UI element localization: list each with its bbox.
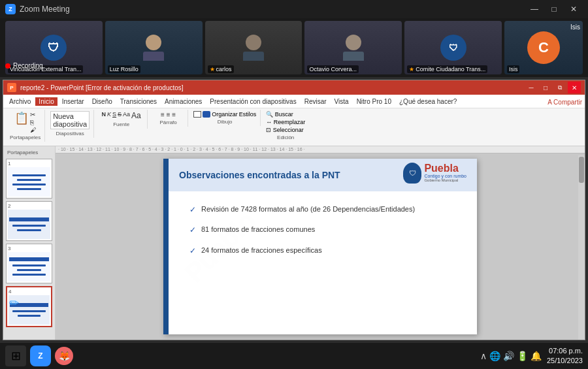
slide-num-4: 4	[8, 289, 50, 295]
format-button[interactable]: 🖌	[30, 127, 36, 133]
avatar-vinculacion: 🛡	[41, 35, 67, 61]
thumb-line	[18, 315, 41, 317]
ribbon-slides-buttons: Nuevadiapositiva	[50, 111, 90, 129]
ppt-ribbon: 📋 ✂ ⎘ 🖌 Portapapeles Nuevadiapositiva	[3, 108, 585, 146]
participant-name-isis: Isis	[507, 65, 520, 73]
zoom-window: Z Zoom Meeting — □ ✕ 🛡 Vinculación Exter…	[0, 0, 588, 343]
font-size-button[interactable]: Aa	[123, 111, 130, 120]
align-button[interactable]: ≡ ≡ ≡	[161, 111, 176, 118]
replace-button[interactable]: ↔ Reemplazar	[266, 119, 305, 125]
menu-presentacion[interactable]: Presentación con diapositivas	[206, 97, 299, 106]
drawing-tools: Organizar Estilos	[193, 111, 256, 118]
menu-animaciones[interactable]: Animaciones	[161, 97, 205, 106]
isis-active-label: Isis	[570, 24, 580, 31]
participant-tile-octavio[interactable]: Octavio Corvera...	[304, 21, 402, 74]
recording-badge: Recording	[5, 62, 43, 69]
font-label: Fuente	[113, 121, 129, 127]
scrollbar-thumb	[579, 157, 584, 183]
rect-shape[interactable]	[193, 111, 201, 118]
font-size-large[interactable]: Aa	[131, 111, 141, 120]
bold-button[interactable]: N	[102, 111, 106, 120]
window-controls: — □ ✕	[525, 2, 583, 16]
menu-revisar[interactable]: Revisar	[301, 97, 330, 106]
ppt-title: reporte2 - PowerPoint [Error de activaci…	[20, 84, 525, 91]
participant-tile-isis[interactable]: C Isis Isis	[504, 21, 583, 74]
editing-tools: 🔍 Buscar ↔ Reemplazar ⊡ Seleccionar	[266, 111, 305, 133]
menu-insertar[interactable]: Insertar	[59, 97, 88, 106]
slide-thumb-2[interactable]: 2	[6, 201, 52, 241]
ppt-close[interactable]: ✕	[568, 82, 581, 93]
participant-tile-luz[interactable]: Luz Rosillo	[105, 21, 203, 74]
maximize-button[interactable]: □	[545, 2, 563, 16]
zoom-taskbar-icon[interactable]: Z	[30, 345, 51, 366]
close-button[interactable]: ✕	[564, 2, 583, 16]
filled-rect[interactable]	[203, 111, 210, 118]
tray-arrow[interactable]: ∧	[480, 351, 487, 361]
menu-vista[interactable]: Vista	[331, 97, 352, 106]
ribbon-font-buttons: N K S S Aa Aa	[102, 111, 141, 120]
ppt-maximize[interactable]: □	[539, 82, 552, 93]
ribbon-group-para: ≡ ≡ ≡ Párrafo	[149, 110, 188, 127]
italic-button[interactable]: K	[107, 111, 111, 120]
ribbon-clipboard-buttons: 📋 ✂ ⎘ 🖌	[14, 111, 36, 133]
search-edit-button[interactable]: 🔍 Buscar	[266, 111, 305, 118]
slide-scrollbar[interactable]	[578, 155, 585, 340]
puebla-logo: 🛡 Puebla Contigo y con rumbo Gobierno Mu…	[403, 163, 466, 184]
menu-nitro[interactable]: Nitro Pro 10	[353, 97, 395, 106]
para-label: Párrafo	[160, 120, 177, 125]
bullet-text-3: 24 formatos de fracciones específicas	[201, 246, 322, 255]
ppt-window-controls: ─ □ ⧉ ✕	[525, 82, 581, 93]
drawing-label: Dibujo	[218, 119, 233, 125]
slide-num-2: 2	[8, 203, 50, 209]
browser-icon[interactable]: 🦊	[55, 347, 73, 365]
menu-archivo[interactable]: Archivo	[6, 97, 34, 106]
menu-transiciones[interactable]: Transiciones	[117, 97, 160, 106]
strikethrough-button[interactable]: S	[118, 111, 122, 120]
slide-thumb-1[interactable]: 1	[6, 159, 52, 199]
participant-tile-carlos[interactable]: ★ carlos	[205, 21, 302, 74]
person-silhouette-luz	[143, 35, 164, 61]
pen-icon[interactable]: ✏	[9, 296, 19, 310]
menu-diseno[interactable]: Diseño	[89, 97, 116, 106]
slide-body-content: ✓ Revisión de 7428 formatos al año (de 2…	[189, 204, 451, 321]
menu-compartir[interactable]: A Compartir	[547, 95, 582, 107]
new-slide-button[interactable]: Nuevadiapositiva	[50, 111, 90, 129]
select-button[interactable]: ⊡ Seleccionar	[266, 127, 305, 133]
arrange-button[interactable]: Organizar	[212, 111, 238, 118]
taskbar-right: ∧ 🌐 🔊 🔋 🔔 07:06 p.m. 25/10/2023	[480, 346, 583, 366]
menu-search[interactable]: ¿Qué desea hacer?	[396, 97, 460, 106]
cut-copy-buttons: ✂ ⎘ 🖌	[30, 111, 36, 133]
taskbar: ⊞ Z 🦊 ∧ 🌐 🔊 🔋 🔔 07:06 p.m. 25/10/2023	[0, 343, 588, 369]
styles-button[interactable]: Estilos	[239, 111, 257, 118]
system-tray-icons: ∧ 🌐 🔊 🔋 🔔	[480, 351, 542, 361]
slide-num-1: 1	[8, 161, 50, 167]
ppt-titlebar: P reporte2 - PowerPoint [Error de activa…	[3, 80, 585, 95]
menu-inicio[interactable]: Inicio	[35, 97, 57, 106]
paste-button[interactable]: 📋	[14, 111, 29, 133]
recording-text: Recording	[13, 62, 43, 69]
participant-name-luz: Luz Rosillo	[108, 65, 140, 73]
puebla-shield: 🛡	[403, 163, 421, 184]
ribbon-group-slides: Nuevadiapositiva Diapositivas	[46, 110, 94, 138]
slide-thumb-3[interactable]: 3	[6, 244, 52, 283]
ppt-restore[interactable]: ⧉	[553, 82, 566, 93]
ribbon-group-editing: 🔍 Buscar ↔ Reemplazar ⊡ Seleccionar Edic…	[262, 110, 309, 142]
ribbon-group-font: N K S S Aa Aa Fuente	[95, 110, 148, 129]
check-icon-3: ✓	[189, 246, 196, 255]
tray-battery: 🔋	[517, 351, 528, 361]
copy-button[interactable]: ⎘	[30, 119, 36, 126]
minimize-button[interactable]: —	[525, 2, 544, 16]
ppt-minimize[interactable]: ─	[525, 82, 538, 93]
cut-button[interactable]: ✂	[30, 111, 36, 118]
ppt-body: Portapapeles 1 2	[3, 146, 585, 340]
tray-sound: 🔊	[503, 351, 514, 361]
avatar-comite: 🛡	[440, 35, 466, 61]
slide-content-2	[8, 210, 50, 239]
underline-button[interactable]: S	[112, 111, 116, 120]
start-button[interactable]: ⊞	[5, 345, 26, 366]
slide-bullet-2: ✓ 81 formatos de fracciones comunes	[189, 225, 451, 234]
bullet-text-2: 81 formatos de fracciones comunes	[201, 225, 315, 234]
participant-tile-comite[interactable]: 🛡 ★ Comite Ciudadano Trans...	[404, 21, 502, 74]
tray-notification[interactable]: 🔔	[531, 351, 542, 361]
date-display: 25/10/2023	[547, 356, 583, 366]
